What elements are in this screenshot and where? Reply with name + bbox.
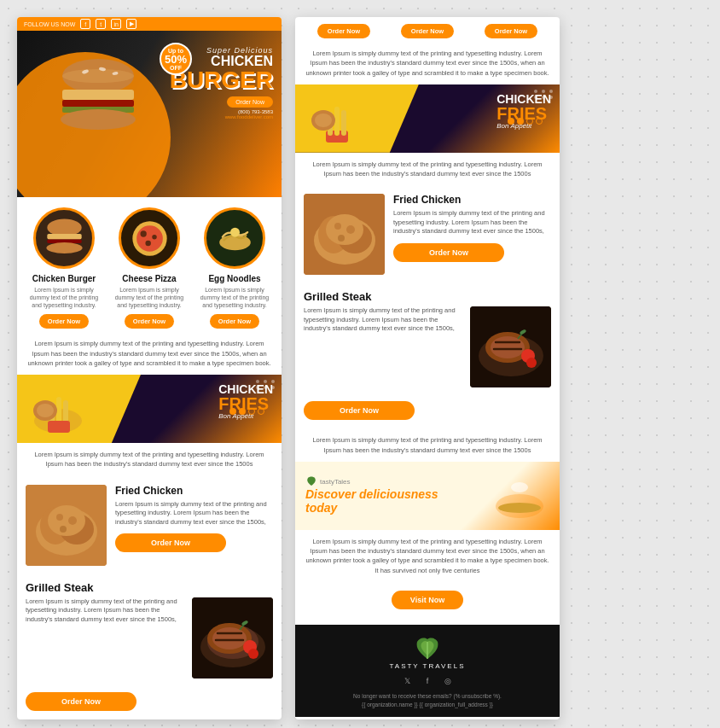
svg-point-64: [491, 336, 525, 358]
chicken-burger-name: Chicken Burger: [32, 274, 96, 283]
right-cf-dot-1: [508, 118, 514, 125]
food-items-row: Chicken Burger Lorem Ipsum is simply dum…: [17, 197, 282, 332]
twitter-icon[interactable]: t: [96, 19, 106, 29]
right-cf-dot-2: [517, 118, 524, 125]
right-lorem-2: Lorem Ipsum is simply dummy text of the …: [295, 153, 560, 186]
svg-point-9: [47, 218, 81, 236]
svg-point-33: [56, 514, 63, 521]
cheese-pizza-name: Cheese Pizza: [122, 274, 176, 283]
svg-rect-2: [62, 90, 134, 100]
svg-point-58: [334, 223, 341, 230]
svg-point-68: [526, 358, 537, 368]
svg-point-44: [248, 649, 258, 659]
egg-noodles-image: [204, 207, 265, 269]
youtube-icon[interactable]: ▶: [126, 19, 136, 29]
grilled-steak-image: [192, 597, 273, 678]
food-item-cheese-pizza: Cheese Pizza Lorem Ipsum is simply dummy…: [112, 207, 187, 329]
svg-point-40: [212, 627, 247, 649]
discover-headline: Discover deliciousness today: [305, 488, 481, 515]
footer-unsubscribe-text: No longer want to receive these emails? …: [353, 692, 502, 709]
footer-brand-name: TASTY TRAVELS: [390, 662, 466, 670]
right-fried-chicken-section: Fried Chicken Lorem Ipsum is simply dumm…: [295, 185, 560, 282]
footer-facebook-icon[interactable]: f: [421, 675, 433, 687]
top-order-btn-1[interactable]: Order Now: [317, 24, 370, 38]
facebook-icon[interactable]: f: [80, 19, 90, 29]
svg-point-59: [346, 225, 355, 234]
right-grilled-steak-section: Grilled Steak Lorem Ipsum is simply dumm…: [295, 282, 560, 394]
right-fried-chicken-order-btn[interactable]: Order Now: [393, 243, 504, 262]
right-gs-image: [470, 306, 551, 387]
chicken-burger-image: [33, 207, 95, 269]
cf-dot-4: [258, 408, 264, 415]
right-fc-content: Fried Chicken Lorem Ipsum is simply dumm…: [393, 194, 551, 275]
discount-badge: Up to 50% OFF: [160, 43, 192, 75]
footer-twitter-icon[interactable]: 𝕏: [401, 675, 413, 687]
top-buttons-row: Order Now Order Now Order Now: [295, 17, 560, 42]
svg-point-5: [61, 109, 136, 130]
discover-food-image: [490, 470, 549, 521]
svg-point-60: [338, 235, 345, 242]
fried-chicken-order-btn[interactable]: Order Now: [115, 533, 226, 552]
svg-point-32: [48, 505, 85, 536]
top-order-btn-2[interactable]: Order Now: [401, 24, 454, 38]
right-lorem-3: Lorem Ipsum is simply dummy text of the …: [295, 428, 560, 462]
fried-chicken-content: Fried Chicken Lorem Ipsum is simply dumm…: [115, 485, 273, 566]
fried-chicken-section: Fried Chicken Lorem Ipsum is simply dumm…: [17, 476, 282, 573]
right-cf-dot-4: [536, 118, 543, 125]
right-gs-desc: Lorem Ipsum is simply dummy text of the …: [304, 306, 462, 387]
right-lorem-top: Lorem Ipsum is simply dummy text of the …: [295, 42, 560, 84]
svg-point-17: [145, 240, 150, 245]
grilled-steak-desc: Lorem Ipsum is simply dummy text of the …: [26, 597, 183, 678]
footer-social-row: 𝕏 f ◎: [401, 675, 454, 687]
burger-image: [43, 31, 154, 167]
grilled-steak-order-btn[interactable]: Order Now: [26, 692, 136, 711]
chicken-fries-image: [24, 378, 92, 440]
svg-point-75: [498, 503, 541, 513]
email-footer: TASTY TRAVELS 𝕏 f ◎ No longer want to re…: [295, 625, 560, 718]
right-cf-dot-3: [526, 118, 533, 125]
footer-instagram-icon[interactable]: ◎: [442, 675, 454, 687]
cheese-pizza-image: [119, 207, 180, 269]
fried-chicken-title: Fried Chicken: [115, 485, 273, 497]
cheese-pizza-desc: Lorem Ipsum is simply dummy text of the …: [112, 286, 187, 309]
food-item-chicken-burger: Chicken Burger Lorem Ipsum is simply dum…: [26, 207, 102, 329]
fried-chicken-image: [26, 485, 107, 566]
chicken-burger-order-btn[interactable]: Order Now: [39, 314, 89, 329]
linkedin-icon[interactable]: in: [111, 19, 121, 29]
egg-noodles-order-btn[interactable]: Order Now: [210, 314, 259, 329]
egg-noodles-desc: Lorem Ipsum is simply dummy text of the …: [197, 286, 272, 309]
right-email-card: Order Now Order Now Order Now Lorem Ipsu…: [295, 17, 560, 719]
right-gs-order-btn[interactable]: Order Now: [304, 401, 415, 420]
hero-order-button[interactable]: Order Now: [227, 96, 273, 108]
svg-point-1: [62, 69, 134, 83]
leaf-icon: [305, 476, 317, 486]
chicken-burger-desc: Lorem Ipsum is simply dummy text of the …: [26, 286, 102, 309]
fried-chicken-desc: Lorem Ipsum is simply dummy text of the …: [115, 500, 273, 527]
right-lorem-4: Lorem Ipsum is simply dummy text of the …: [295, 530, 560, 582]
grilled-steak-title: Grilled Steak: [26, 581, 273, 594]
right-cf-text: CHICKEN FRIES Bon Appétit: [496, 93, 551, 130]
chicken-fries-banner: CHICKEN FRIES Bon Appétit: [17, 375, 282, 443]
lorem-block-2: Lorem Ipsum is simply dummy text of the …: [17, 443, 282, 476]
visit-now-button[interactable]: Visit Now: [392, 591, 463, 609]
food-item-egg-noodles: Egg Noodles Lorem Ipsum is simply dummy …: [197, 207, 272, 329]
svg-point-35: [60, 526, 67, 533]
lorem-block-1: Lorem Ipsum is simply dummy text of the …: [17, 332, 282, 375]
egg-noodles-name: Egg Noodles: [208, 274, 260, 283]
cf-text-block: CHICKEN FRIES Bon Appétit: [218, 383, 273, 420]
visit-btn-row: Visit Now: [295, 582, 560, 625]
svg-rect-50: [341, 110, 346, 136]
svg-point-74: [511, 482, 528, 492]
svg-point-20: [230, 227, 240, 236]
cf-dot-3: [248, 408, 255, 415]
right-gs-title: Grilled Steak: [304, 290, 551, 303]
top-order-btn-3[interactable]: Order Now: [485, 24, 537, 38]
svg-point-34: [68, 516, 77, 525]
svg-rect-25: [48, 421, 70, 433]
footer-logo: TASTY TRAVELS: [390, 637, 466, 670]
svg-point-16: [152, 234, 157, 239]
cheese-pizza-order-btn[interactable]: Order Now: [125, 314, 174, 329]
svg-rect-10: [47, 234, 81, 239]
grilled-steak-section: Grilled Steak Lorem Ipsum is simply dumm…: [17, 573, 282, 685]
right-cf-food-image: [302, 88, 370, 149]
